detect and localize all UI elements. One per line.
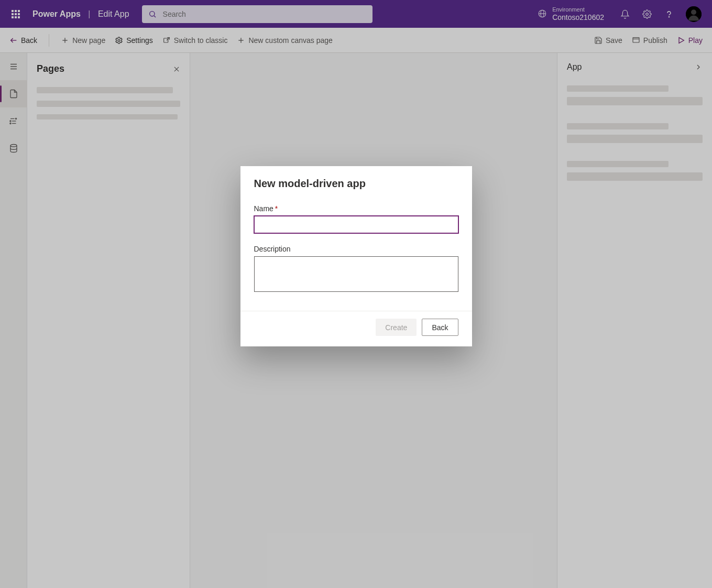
modal-overlay: New model-driven app Name* Description C… bbox=[0, 0, 712, 588]
dialog-title: New model-driven app bbox=[254, 178, 458, 190]
dialog-back-button[interactable]: Back bbox=[422, 319, 458, 336]
create-button[interactable]: Create bbox=[376, 319, 417, 336]
dialog-footer: Create Back bbox=[240, 311, 472, 346]
description-input[interactable] bbox=[254, 256, 458, 292]
name-input[interactable] bbox=[254, 216, 458, 233]
required-marker: * bbox=[275, 204, 278, 213]
name-label: Name* bbox=[254, 204, 458, 213]
new-app-dialog: New model-driven app Name* Description C… bbox=[240, 166, 472, 346]
description-label: Description bbox=[254, 245, 458, 253]
